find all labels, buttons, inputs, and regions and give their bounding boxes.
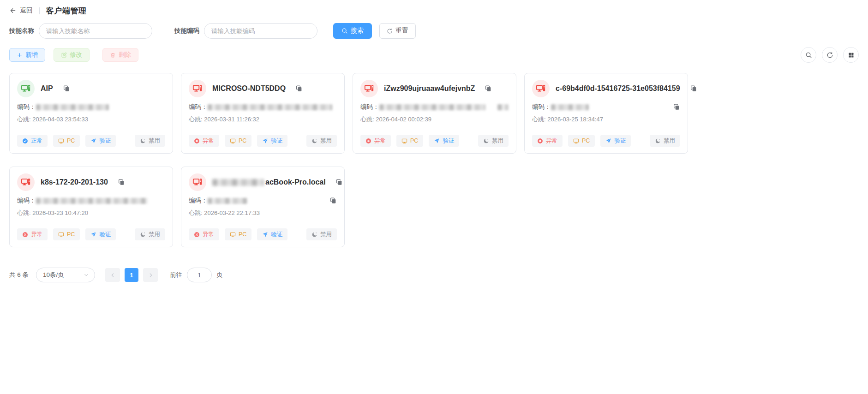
send-icon xyxy=(90,138,96,144)
copy-code-icon[interactable] xyxy=(329,197,337,204)
code-label: 编码： xyxy=(189,197,208,205)
copy-name-icon[interactable] xyxy=(63,85,70,92)
disable-button[interactable]: 禁用 xyxy=(306,228,337,240)
x-circle-icon xyxy=(194,232,200,238)
moon-icon xyxy=(140,232,146,238)
client-card[interactable]: MICROSO-NDT5DDQ 编码： 心跳: 2026-03-31 11:26… xyxy=(181,73,345,154)
page-title: 客户端管理 xyxy=(46,6,87,16)
device-icon xyxy=(360,80,378,97)
add-button[interactable]: 新增 xyxy=(9,48,45,62)
delete-button[interactable]: 删除 xyxy=(102,48,138,62)
chevron-left-icon xyxy=(110,272,116,278)
total-count: 共 6 条 xyxy=(9,271,29,279)
disable-button[interactable]: 禁用 xyxy=(135,135,165,147)
refresh-list-button[interactable] xyxy=(822,47,838,63)
client-card[interactable]: AIP 编码： 心跳: 2026-04-03 23:54:33 正常 PC 验证… xyxy=(9,73,173,154)
plus-icon xyxy=(17,52,23,58)
copy-name-icon[interactable] xyxy=(295,85,303,92)
heartbeat-text: 心跳: 2026-04-02 00:02:39 xyxy=(360,115,509,124)
search-button[interactable]: 搜索 xyxy=(333,23,372,39)
device-icon xyxy=(189,173,206,191)
type-badge: PC xyxy=(225,228,251,240)
status-badge: 异常 xyxy=(17,228,48,240)
goto-page-input[interactable] xyxy=(187,268,212,282)
header-divider xyxy=(39,7,40,14)
send-icon xyxy=(605,138,611,144)
monitor-icon xyxy=(230,138,236,144)
status-badge: 异常 xyxy=(532,135,563,147)
filter-bar: 技能名称 技能编码 搜索 重置 xyxy=(0,21,868,39)
chevron-down-icon xyxy=(84,272,89,278)
disable-button[interactable]: 禁用 xyxy=(650,135,680,147)
verify-button[interactable]: 验证 xyxy=(257,135,287,147)
client-name: acBook-Pro.local xyxy=(212,178,326,186)
device-icon xyxy=(17,80,35,97)
reset-button[interactable]: 重置 xyxy=(379,23,416,39)
code-label: 编码： xyxy=(360,103,379,111)
edit-icon xyxy=(61,52,67,58)
page-size-select[interactable]: 10条/页 xyxy=(36,268,95,282)
redacted-code xyxy=(36,104,109,110)
heartbeat-text: 心跳: 2026-04-03 23:54:33 xyxy=(17,115,165,124)
redacted-name xyxy=(212,179,264,186)
type-badge: PC xyxy=(225,135,251,147)
disable-button[interactable]: 禁用 xyxy=(306,135,337,147)
send-icon xyxy=(90,232,96,238)
check-circle-icon xyxy=(22,138,28,144)
skill-name-label: 技能名称 xyxy=(9,27,34,35)
code-label: 编码： xyxy=(17,103,36,111)
back-button[interactable]: 返回 xyxy=(9,6,33,15)
copy-name-icon[interactable] xyxy=(118,179,125,186)
skill-code-input[interactable] xyxy=(204,23,317,39)
redacted-code xyxy=(36,198,148,204)
type-badge: PC xyxy=(396,135,423,147)
device-icon xyxy=(532,80,550,97)
trash-icon xyxy=(110,52,116,58)
client-card[interactable]: acBook-Pro.local 编码： 心跳: 2026-03-22 22:1… xyxy=(181,167,345,247)
verify-button[interactable]: 验证 xyxy=(257,228,287,240)
copy-code-icon[interactable] xyxy=(673,103,680,111)
prev-page-button[interactable] xyxy=(105,268,120,282)
redacted-code xyxy=(208,198,247,204)
client-card[interactable]: iZwz909ujruaaw4ufejvnbZ 编码： 心跳: 2026-04-… xyxy=(353,73,516,154)
next-page-button[interactable] xyxy=(143,268,158,282)
verify-button[interactable]: 验证 xyxy=(429,135,459,147)
verify-button[interactable]: 验证 xyxy=(85,135,116,147)
client-card[interactable]: k8s-172-20-201-130 编码： 心跳: 2026-03-23 10… xyxy=(9,167,173,247)
redacted-code xyxy=(208,104,332,110)
client-name: MICROSO-NDT5DDQ xyxy=(212,84,286,93)
code-label: 编码： xyxy=(17,197,36,205)
disable-button[interactable]: 禁用 xyxy=(135,228,165,240)
client-card[interactable]: c-69b4df0d-15416725-31e053f84159 编码： 心跳:… xyxy=(524,73,688,154)
client-name: iZwz909ujruaaw4ufejvnbZ xyxy=(384,84,475,93)
x-circle-icon xyxy=(194,138,200,144)
pagination: 共 6 条 10条/页 1 前往 页 xyxy=(0,268,868,282)
monitor-icon xyxy=(58,138,64,144)
code-label: 编码： xyxy=(532,103,551,111)
disable-button[interactable]: 禁用 xyxy=(478,135,509,147)
redacted-copy-icon xyxy=(497,104,509,110)
moon-icon xyxy=(483,138,489,144)
page-number-1[interactable]: 1 xyxy=(125,268,138,282)
monitor-icon xyxy=(58,232,64,238)
layout-grid-button[interactable] xyxy=(843,47,859,63)
moon-icon xyxy=(311,138,317,144)
monitor-icon xyxy=(230,232,236,238)
verify-button[interactable]: 验证 xyxy=(85,228,116,240)
edit-button[interactable]: 修改 xyxy=(54,48,90,62)
copy-name-icon[interactable] xyxy=(485,85,492,92)
grid-icon xyxy=(848,52,855,59)
client-name: c-69b4df0d-15416725-31e053f84159 xyxy=(556,84,680,93)
skill-name-input[interactable] xyxy=(39,23,152,39)
client-name: k8s-172-20-201-130 xyxy=(41,178,108,186)
search-toggle-button[interactable] xyxy=(801,47,816,63)
copy-name-icon[interactable] xyxy=(690,85,697,92)
refresh-icon xyxy=(387,28,393,34)
status-badge: 异常 xyxy=(360,135,391,147)
send-icon xyxy=(262,232,268,238)
verify-button[interactable]: 验证 xyxy=(600,135,631,147)
chevron-right-icon xyxy=(148,272,154,278)
moon-icon xyxy=(655,138,661,144)
search-icon xyxy=(341,28,348,34)
copy-name-icon[interactable] xyxy=(335,179,343,186)
